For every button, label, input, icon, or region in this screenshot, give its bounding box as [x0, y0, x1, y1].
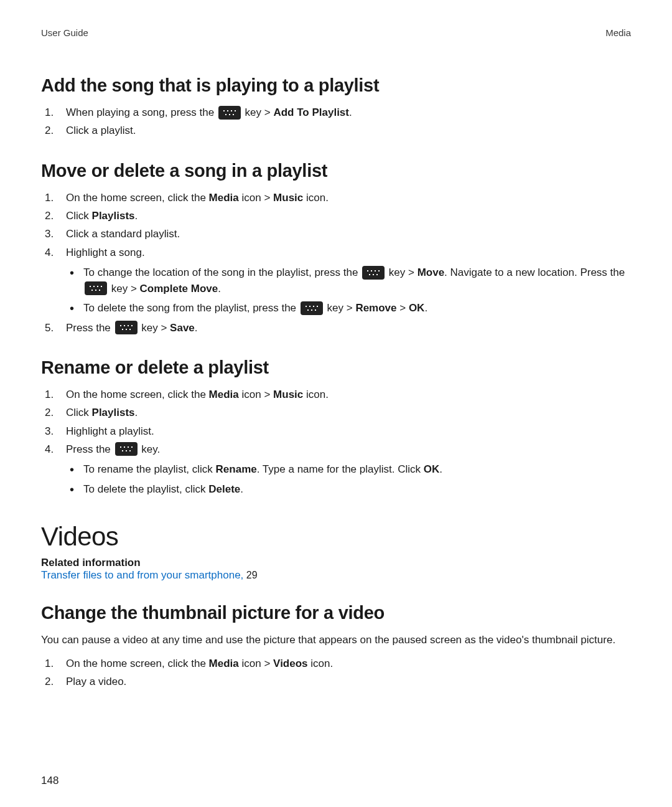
step-item: Press the key. To rename the playlist, c… — [41, 441, 631, 497]
heading-rename-delete-playlist: Rename or delete a playlist — [41, 357, 631, 378]
menu-key-icon — [218, 106, 241, 120]
menu-key-icon — [362, 266, 385, 280]
step-item: Click a standard playlist. — [41, 226, 631, 242]
step-item: Click Playlists. — [41, 405, 631, 421]
header-right: Media — [605, 27, 631, 38]
step-item: Click Playlists. — [41, 208, 631, 224]
step-item: Click a playlist. — [41, 123, 631, 139]
menu-key-icon — [301, 301, 323, 315]
document-page: User Guide Media Add the song that is pl… — [0, 0, 672, 807]
step-item: Highlight a playlist. — [41, 423, 631, 440]
steps-change-thumbnail: On the home screen, click the Media icon… — [41, 656, 631, 691]
page-number: 148 — [41, 775, 58, 787]
steps-add-song: When playing a song, press the key > Add… — [41, 105, 631, 139]
steps-move-delete: On the home screen, click the Media icon… — [41, 190, 631, 336]
sub-bullets: To rename the playlist, click Rename. Ty… — [66, 461, 631, 497]
bullet-item: To delete the playlist, click Delete. — [66, 481, 631, 498]
step-item: On the home screen, click the Media icon… — [41, 387, 631, 403]
heading-add-song: Add the song that is playing to a playli… — [41, 75, 631, 96]
bullet-item: To delete the song from the playlist, pr… — [66, 300, 631, 316]
step-item: On the home screen, click the Media icon… — [41, 656, 631, 672]
related-link-line: Transfer files to and from your smartpho… — [41, 569, 631, 582]
step-item: On the home screen, click the Media icon… — [41, 190, 631, 206]
page-header: User Guide Media — [41, 27, 631, 38]
heading-change-thumbnail: Change the thumbnail picture for a video — [41, 603, 631, 623]
steps-rename-delete: On the home screen, click the Media icon… — [41, 387, 631, 497]
step-item: When playing a song, press the key > Add… — [41, 105, 631, 121]
menu-key-icon — [85, 281, 107, 295]
link-transfer-files[interactable]: Transfer files to and from your smartpho… — [41, 569, 243, 581]
step-item: Press the key > Save. — [41, 320, 631, 336]
header-left: User Guide — [41, 27, 88, 38]
related-info-label: Related information — [41, 557, 631, 569]
menu-key-icon — [115, 442, 138, 456]
heading-videos: Videos — [41, 522, 631, 552]
bullet-item: To change the location of the song in th… — [66, 265, 631, 296]
menu-key-icon — [115, 321, 138, 334]
intro-text: You can pause a video at any time and us… — [41, 632, 631, 648]
heading-move-delete-song: Move or delete a song in a playlist — [41, 161, 631, 181]
step-item: Play a video. — [41, 674, 631, 690]
step-item: Highlight a song. To change the location… — [41, 245, 631, 316]
bullet-item: To rename the playlist, click Rename. Ty… — [66, 461, 631, 478]
sub-bullets: To change the location of the song in th… — [66, 265, 631, 316]
